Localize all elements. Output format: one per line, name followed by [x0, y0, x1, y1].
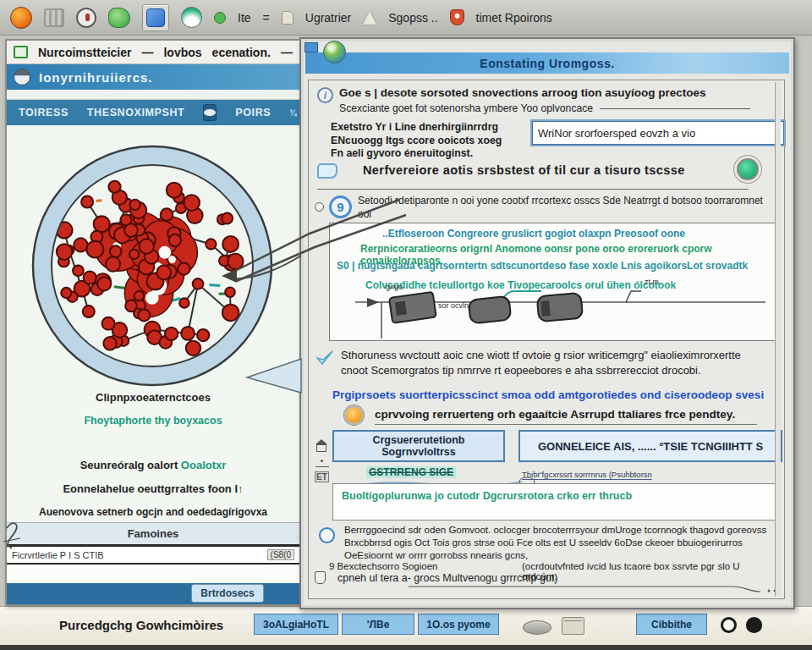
- green-blob-icon[interactable]: [108, 8, 130, 28]
- tab-1[interactable]: TOIRESS: [19, 107, 69, 118]
- menu-dash-2: —: [281, 46, 293, 59]
- oval-icon: [204, 109, 216, 116]
- tab-bar: TOIRESS THESNOXIMPSHT POIRS ¾: [7, 100, 299, 125]
- window-title: Ionyrnihruiiercs.: [39, 70, 153, 85]
- bubble-icon: [317, 163, 337, 179]
- notes-empty-area: [7, 565, 299, 583]
- paragraph-2-l1: Sthoruness wvctoutt aoic cne wiott tf ov…: [341, 348, 777, 363]
- caption-3a: Seunreóralg oalort: [80, 459, 181, 471]
- page-content: Clipnpxoeaternctcoes Fhoytaphorte thy bo…: [7, 125, 299, 522]
- margin-dot: [321, 460, 323, 462]
- browser-window: Nurcoimstteicier — lovbos ecenation. — I…: [5, 39, 301, 606]
- dialog-sphere-icon: [323, 41, 346, 63]
- orange-dot-icon[interactable]: [344, 405, 364, 425]
- caption-4: Eonnelahelue oeuttgrraltes foon I↑: [7, 482, 299, 495]
- dialog-scrollbar[interactable]: [775, 82, 781, 597]
- green-badge-icon: [214, 12, 226, 24]
- menu-item-4[interactable]: Sgopss ..: [388, 11, 437, 25]
- globe-icon: [14, 69, 30, 85]
- paragraph-1-l1: Setoodi rdetiparonte n ooi yone cootxf r…: [358, 194, 777, 221]
- paragraph-3: Berrrggoecind sdr oden Gomvoot. oclocger…: [344, 524, 777, 563]
- right-option-box[interactable]: GONNELEICE AIS, ...... °TSIE TCNGIIIHTT …: [518, 430, 782, 462]
- menu-label-1[interactable]: Nurcoimstteicier: [38, 46, 131, 59]
- banner-text: Nerfvereiore aotis srsbstest of til cur …: [363, 163, 685, 177]
- framed-app-icon[interactable]: [142, 4, 169, 31]
- caption-3: Seunreóralg oalort Ooalotxr: [7, 459, 299, 471]
- margin-et-glyph[interactable]: ET: [315, 471, 329, 482]
- tab-3[interactable]: POIRS: [235, 107, 271, 118]
- tab-icon-chip[interactable]: [203, 104, 217, 121]
- input-label: Exetstro Yr i Line dnerhirgiinrrdrg ENcu…: [331, 121, 527, 161]
- formatting-dialog: Eonstating Uromgoss. i Goe s | desote so…: [299, 37, 795, 609]
- bottom-underline: [309, 581, 787, 598]
- bottom-taskbar: Purcedgchg Gowhcimòires 3oALgiaHoTL 'ЛВе…: [0, 606, 812, 645]
- radio-large[interactable]: [319, 527, 335, 543]
- dialog-subheading-text: Scexciante goet fot sotenorsha ymbere Yo…: [339, 102, 593, 114]
- schematic-panel: ..Etfloseroon Congreore gruslicrt gogiot…: [329, 223, 779, 341]
- schematic-label-2: sor ocvln: [438, 301, 469, 310]
- tab-bar-extra: ¾: [289, 108, 297, 118]
- radio-small[interactable]: [315, 202, 324, 212]
- record-ring-icon[interactable]: [721, 617, 737, 633]
- window-title-bar: Ionyrnihruiiercs.: [7, 64, 299, 90]
- orange-swirl-icon[interactable]: [10, 7, 32, 29]
- dialog-title-bar[interactable]: Eonstating Uromgoss.: [305, 52, 789, 74]
- circuit-schematic: gngo sor ocvln zt.m: [330, 223, 778, 340]
- tab-2[interactable]: THESNOXIMPSHT: [87, 107, 184, 118]
- taskbar-button-1[interactable]: 3oALgiaHoTL: [254, 614, 338, 635]
- notes-header-bar: Famoines: [7, 522, 299, 544]
- dialog-content: i Goe s | desote sorsoted snovections ar…: [308, 80, 785, 599]
- menu-dash-1: —: [141, 46, 153, 59]
- menu-item-2[interactable]: =: [263, 11, 270, 25]
- divider-line: [600, 108, 750, 109]
- screen-bottom-edge: [0, 645, 812, 650]
- desktop: Ite = Ugratrier Sgopss .. timet Rpoirons…: [0, 0, 812, 650]
- top-menu-bar: Ite = Ugratrier Sgopss .. timet Rpoirons: [0, 0, 812, 36]
- paragraph-2: Sthoruness wvctoutt aoic cne wiott tf ov…: [341, 348, 777, 378]
- green-round-button[interactable]: [737, 158, 759, 180]
- hand-icon: [282, 11, 294, 25]
- house-icon[interactable]: [316, 444, 326, 452]
- note-panel: Buoltígoplurunwa jo cutodr Dgcrursrotora…: [332, 483, 779, 521]
- apple-icon[interactable]: [746, 617, 762, 633]
- caption-1: Clipnpxoeaternctcoes: [7, 391, 299, 404]
- dialog-title: Eonstating Uromgoss.: [480, 57, 614, 70]
- menu-item-3[interactable]: Ugratrier: [305, 11, 351, 25]
- mouse-icon: [523, 620, 551, 635]
- horizontal-rule: [317, 189, 749, 190]
- caption-5: Auenovova setnerb ogcjn and oededagírigo…: [7, 506, 299, 518]
- left-option-box[interactable]: Crgsuererutetionb Sogrnvvloltrss: [332, 430, 505, 462]
- blue-app-icon: [146, 8, 165, 27]
- title-strip: [7, 90, 299, 100]
- notes-field[interactable]: Ficrvrtlerlie P I S CTIB (S8(0: [7, 544, 299, 565]
- menu-item-5[interactable]: timet Rpoirons: [476, 11, 552, 25]
- schematic-label-3: zt.m: [645, 278, 659, 286]
- menu-label-2[interactable]: lovbos: [163, 46, 201, 59]
- grid-icon[interactable]: [44, 8, 64, 27]
- taskbar-button-3[interactable]: 1O.os pyome: [418, 614, 499, 635]
- dialog-footer-left: 9 Bexctechsorro Sogioen: [329, 561, 438, 571]
- caption-2[interactable]: Fhoytaphorte thy boyxacos: [7, 415, 299, 427]
- info-icon: i: [317, 87, 333, 103]
- input-label-l2: ENcuoogg Itgs ccore ooicots xoeg: [331, 135, 527, 148]
- orange-row-text: cprvvoing rerruerteng orh egaaítcie Asrr…: [375, 408, 759, 421]
- text-input[interactable]: WriNor srorfoersped eovzh a vio: [530, 119, 786, 146]
- window-footer-bar: Brtrdosecs: [7, 583, 299, 604]
- shield-icon: [450, 9, 464, 25]
- taskbar-button-4[interactable]: Cibbithe: [636, 614, 707, 635]
- folder-icon[interactable]: [562, 617, 584, 635]
- menu-item-1[interactable]: Ite: [238, 11, 251, 25]
- scroll-fragment[interactable]: (S8(0: [267, 549, 294, 560]
- menu-label-3[interactable]: ecenation.: [212, 46, 271, 59]
- ring-icon[interactable]: [76, 8, 96, 28]
- caption-3-link[interactable]: Ooalotxr: [181, 459, 226, 471]
- nine-badge-icon: 9: [329, 196, 352, 218]
- taskbar-button-2[interactable]: 'ЛВе: [342, 614, 414, 635]
- sphere-icon[interactable]: [181, 7, 202, 28]
- footer-button[interactable]: Brtrdosecs: [191, 584, 264, 603]
- paragraph-3-l1: Berrrggoecind sdr oden Gomvoot. oclocger…: [344, 524, 777, 537]
- dialog-subheading: Scexciante goet fot sotenorsha ymbere Yo…: [339, 102, 750, 114]
- margin-line: [315, 466, 329, 467]
- check-icon: [315, 350, 334, 366]
- dialog-heading: Goe s | desote sorsoted snovections arro…: [339, 86, 776, 99]
